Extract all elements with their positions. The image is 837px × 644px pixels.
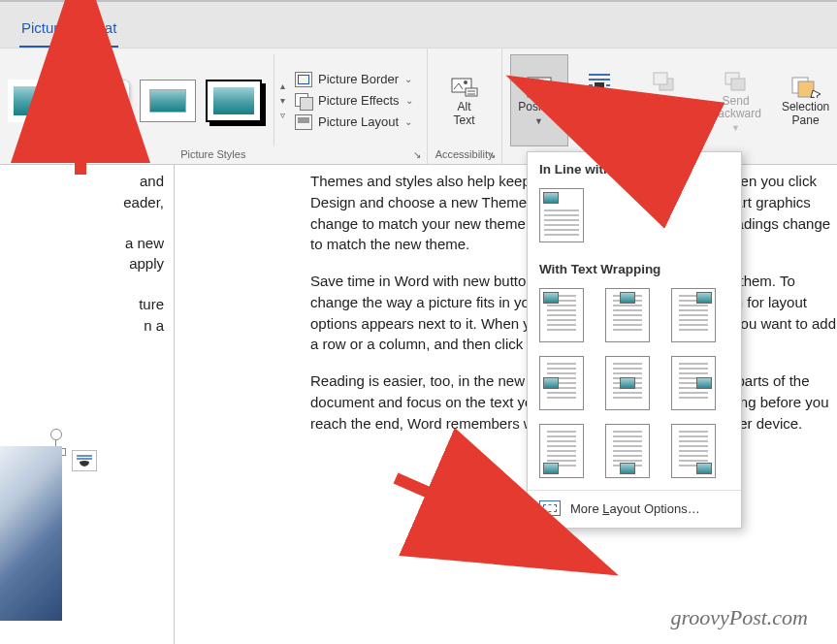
picture-styles-gallery[interactable] [8,80,262,122]
svg-line-25 [590,115,679,158]
position-option-bottom-center[interactable] [605,424,650,478]
chevron-down-icon: ▼ [731,123,740,133]
position-dropdown: In Line with Text With Text Wrapping [527,151,742,529]
app-root: Picture Format ▴ ▾ ▿ [0,0,837,644]
send-backward-icon [722,70,751,93]
position-option-middle-left[interactable] [539,356,584,410]
svg-rect-13 [595,82,604,90]
chevron-down-icon: ▼ [534,116,543,126]
annotation-arrow [56,29,114,188]
watermark: groovyPost.com [670,605,808,630]
svg-point-1 [464,80,467,84]
position-option-middle-center[interactable] [605,356,650,410]
selection-pane-icon [791,76,821,99]
picture-style-thumb[interactable] [206,80,262,122]
button-label: Selection Pane [782,101,829,128]
menu-label: Picture Border [318,72,399,86]
svg-line-26 [396,478,533,538]
svg-rect-19 [731,79,745,90]
layout-options-badge[interactable] [72,450,97,471]
dialog-launcher-icon[interactable]: ↘ [486,149,498,161]
left-page-fragment: and eader, a new apply ture n a [0,165,175,644]
picture-format-menus: Picture Border ⌄ Picture Effects ⌄ Pictu… [295,72,419,130]
position-button[interactable]: Position ▼ [510,54,568,146]
position-option-top-left[interactable] [539,288,584,342]
annotation-arrow [572,102,689,174]
picture-layout-menu[interactable]: Picture Layout ⌄ [295,114,413,130]
picture-border-menu[interactable]: Picture Border ⌄ [295,72,413,87]
chevron-down-icon: ⌄ [404,74,412,84]
rotation-handle[interactable] [50,429,62,440]
gallery-more-handle[interactable]: ▴ [280,80,285,91]
button-label: Position [518,101,560,114]
alt-text-icon [450,76,479,99]
picture-layout-icon [295,114,312,130]
button-label: Alt Text [454,101,475,128]
gallery-more-handle[interactable]: ▿ [280,110,285,120]
selected-picture[interactable] [0,446,70,621]
picture-border-icon [295,72,312,87]
selection-pane-button[interactable]: Selection Pane [774,54,837,146]
gallery-more-handle[interactable]: ▾ [280,95,285,106]
picture-effects-icon [295,93,312,109]
ribbon: ▴ ▾ ▿ Picture Border ⌄ Picture Effects ⌄ [0,48,837,165]
dropdown-separator [528,490,741,491]
svg-rect-2 [466,88,477,96]
group-accessibility: Alt Text Accessibility ↘ [428,48,502,164]
wrap-text-icon [585,70,614,93]
chevron-down-icon: ⌄ [405,95,413,106]
position-option-inline[interactable] [539,188,584,242]
bring-forward-icon [650,70,679,93]
menu-label: Picture Layout [318,114,399,129]
dialog-launcher-icon[interactable]: ↘ [411,149,423,161]
dropdown-section-header: With Text Wrapping [528,252,741,284]
position-option-top-right[interactable] [671,288,716,342]
position-option-top-center[interactable] [605,288,650,342]
send-backward-button[interactable]: Send Backward ▼ [700,54,772,146]
text-fragment: a new apply [0,233,164,275]
position-icon [525,76,554,99]
picture-effects-menu[interactable]: Picture Effects ⌄ [295,93,413,109]
ribbon-tabs-bar: Picture Format [0,0,837,48]
svg-rect-6 [530,80,539,87]
annotation-arrow [388,470,553,562]
text-fragment: ture n a [0,294,164,337]
svg-rect-17 [654,73,667,84]
position-option-middle-right[interactable] [671,356,716,410]
menu-item-label: More Layout Options… [570,501,700,516]
more-layout-options-item[interactable]: More Layout Options… [528,493,741,524]
menu-label: Picture Effects [318,93,400,108]
chevron-down-icon: ⌄ [404,116,412,127]
picture-style-thumb[interactable] [140,80,196,122]
group-label: Accessibility ↘ [428,146,501,164]
alt-text-button[interactable]: Alt Text [435,54,494,146]
picture-content [0,446,62,621]
button-label: Send Backward [710,95,761,122]
position-option-bottom-right[interactable] [671,424,716,478]
